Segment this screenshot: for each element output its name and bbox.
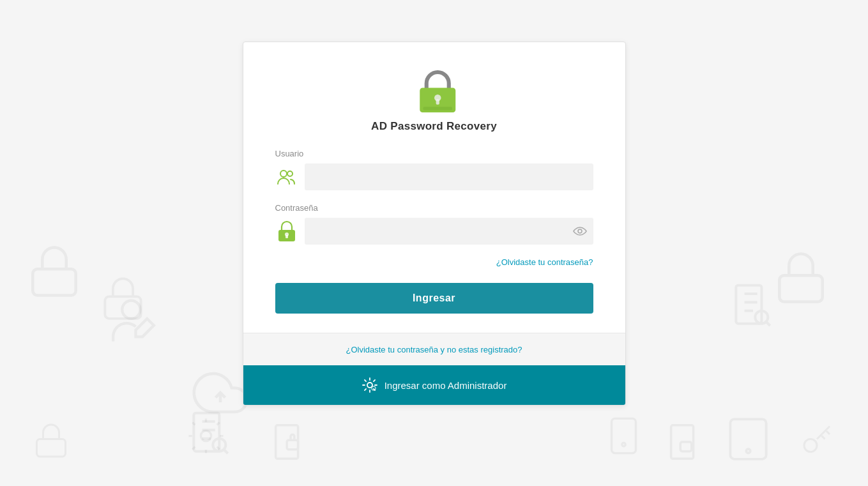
lock-input-icon [275,220,298,243]
contrasena-input-row [275,218,593,245]
login-button[interactable]: Ingresar [275,283,593,314]
contrasena-label: Contraseña [275,203,593,213]
settings-icon [362,377,378,393]
usuario-input-row [275,163,593,190]
svg-rect-22 [423,107,452,110]
app-title: AD Password Recovery [371,120,497,133]
svg-rect-21 [436,99,439,105]
forgot-not-registered-link[interactable]: ¿Olvidaste tu contraseña y no estas regi… [346,345,522,354]
page-wrapper: AD Password Recovery Usuario [0,0,868,486]
svg-rect-27 [286,235,288,238]
forgot-password-link[interactable]: ¿Olvidaste tu contraseña? [496,257,593,267]
svg-point-24 [287,171,293,176]
forgot-password-row: ¿Olvidaste tu contraseña? [275,257,593,267]
logo-lock-icon [412,68,457,112]
admin-login-bar[interactable]: Ingresar como Administrador [243,365,625,405]
usuario-label: Usuario [275,149,593,158]
user-icon [275,165,298,188]
card-footer-link: ¿Olvidaste tu contraseña y no estas regi… [243,333,625,365]
toggle-password-button[interactable] [573,226,587,236]
password-input[interactable] [305,218,593,245]
svg-point-23 [280,171,287,177]
logo-area: AD Password Recovery [275,68,593,133]
card-body: AD Password Recovery Usuario [243,42,625,333]
password-input-wrapper [305,218,593,245]
login-card: AD Password Recovery Usuario [243,42,626,406]
svg-point-28 [578,229,582,233]
admin-login-text: Ingresar como Administrador [385,380,507,391]
username-input[interactable] [305,163,593,190]
svg-point-29 [367,383,372,388]
contrasena-group: Contraseña [275,203,593,245]
eye-icon [573,226,587,236]
app-logo [412,68,457,112]
usuario-group: Usuario [275,149,593,190]
